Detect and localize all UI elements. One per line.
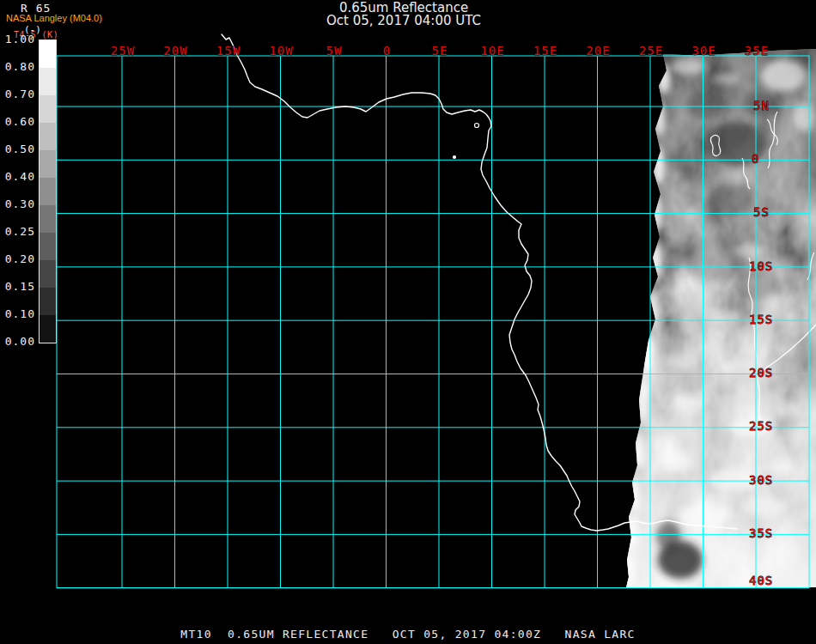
- lon-label-15W: 15W: [216, 44, 241, 58]
- lon-label-5E: 5E: [432, 44, 448, 58]
- satellite-product-viewer: R 65 NASA Langley (M04.0) (-) T4-5 (K) 0…: [0, 0, 816, 644]
- lat-label-25S: 25S: [749, 419, 773, 433]
- lon-label-25W: 25W: [111, 44, 135, 58]
- lon-label-15E: 15E: [533, 44, 557, 58]
- lon-label-5W: 5W: [326, 44, 343, 58]
- lon-label-25E: 25E: [639, 44, 663, 58]
- lat-label-10S: 10S: [749, 259, 773, 273]
- island-outline: [475, 124, 479, 128]
- lat-label-30S: 30S: [749, 473, 773, 487]
- satellite-swath: [624, 49, 816, 587]
- lon-label-35E: 35E: [745, 44, 769, 58]
- lon-label-20E: 20E: [586, 44, 610, 58]
- lat-label-0: 0: [752, 152, 759, 166]
- lon-label-0: 0: [383, 44, 391, 58]
- lon-label-30E: 30E: [691, 44, 716, 58]
- lat-label-40S: 40S: [749, 574, 773, 587]
- lat-label-5N: 5N: [753, 99, 770, 112]
- lon-label-10W: 10W: [269, 44, 293, 58]
- footer-caption: MT10 0.65UM REFLECTANCE OCT 05, 2017 04:…: [0, 628, 816, 641]
- lon-label-20W: 20W: [163, 44, 187, 58]
- lon-label-10E: 10E: [480, 44, 504, 58]
- lat-label-35S: 35S: [749, 526, 773, 540]
- map-canvas: 25W20W15W10W5W05E10E15E20E25E30E35E5N05S…: [0, 0, 816, 644]
- lat-label-20S: 20S: [749, 366, 773, 380]
- island-outline: [454, 156, 456, 159]
- lat-label-15S: 15S: [749, 313, 773, 326]
- lat-label-5S: 5S: [753, 205, 770, 219]
